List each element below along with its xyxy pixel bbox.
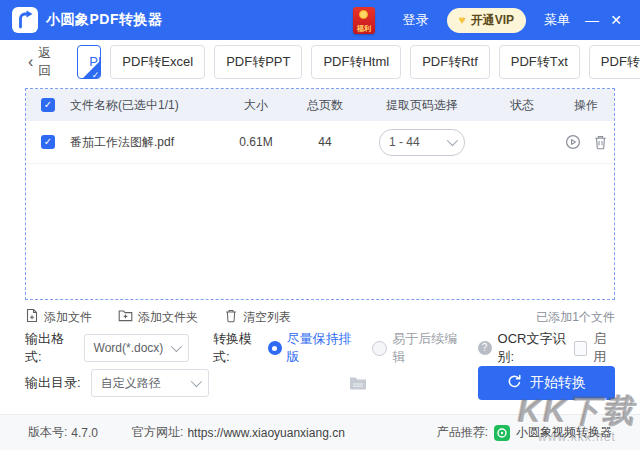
question-icon[interactable]: ? [478,341,492,355]
ocr-enable-label: 启用 [593,330,615,366]
ocr-enable-checkbox[interactable] [574,341,587,356]
row-checkbox[interactable]: ✓ [41,135,55,149]
clear-list-label: 清空列表 [243,309,291,326]
preview-play-button[interactable] [565,134,581,150]
tab-label: PDF转Rtf [422,54,478,69]
tab-pdf-to-txt[interactable]: PDF转Txt [499,45,580,79]
ocr-label: OCR文字识别: [498,330,569,366]
col-page-range: 提取页码选择 [358,97,486,114]
coin-icon [359,10,368,19]
minimize-button[interactable]: — [580,0,604,40]
tab-pdf-to-word[interactable]: PDF转Word ✓ [77,45,101,79]
tab-label: PDF转Html [323,54,389,69]
recommend-label: 产品推荐: [437,424,488,441]
file-name: 番茄工作法图解.pdf [70,134,220,151]
titlebar: 小圆象PDF转换器 福利 登录 ♥ 开通VIP 菜单 — ✕ [0,0,640,40]
welfare-label: 福利 [356,23,370,33]
tab-pdf-to-image[interactable]: PDF转图片 [589,45,640,79]
website-link[interactable]: https://www.xiaoyuanxiang.cn [187,426,344,440]
welfare-redpacket-icon[interactable]: 福利 [353,7,375,34]
chevron-down-icon [447,135,458,146]
mode-keep-layout-label: 尽量保持排版 [287,330,353,366]
output-dir-label: 输出目录: [25,374,81,392]
output-format-label: 输出格式: [25,330,74,366]
refresh-icon [507,374,522,392]
back-label: 返回 [38,44,51,80]
select-all-checkbox[interactable]: ✓ [41,98,55,112]
radio-selected-icon [268,341,282,355]
start-convert-button[interactable]: 开始转换 [478,366,615,400]
menu-button[interactable]: 菜单 [544,11,570,29]
version-value: 4.7.0 [71,426,98,440]
convert-mode-label: 转换模式: [213,330,262,366]
browse-folder-button[interactable] [349,376,367,390]
version-label: 版本号: [28,424,67,441]
tab-pdf-to-html[interactable]: PDF转Html [311,45,401,79]
clear-trash-icon [224,308,238,326]
tab-pdf-to-excel[interactable]: PDF转Excel [110,45,205,79]
tab-label: PDF转Excel [122,54,193,69]
close-button[interactable]: ✕ [604,0,628,40]
start-convert-label: 开始转换 [530,374,586,392]
col-filename: 文件名称(已选中1/1) [70,97,220,114]
file-pages: 44 [292,135,358,149]
tab-label: PDF转PPT [226,54,290,69]
add-folder-icon [118,309,133,325]
website-label: 官方网址: [132,424,183,441]
mode-easy-edit-label: 易于后续编辑 [392,330,457,366]
col-status: 状态 [486,97,558,114]
check-icon: ✓ [92,70,100,79]
mode-easy-edit-radio[interactable]: 易于后续编辑 [372,330,457,366]
vip-label: 开通VIP [471,12,514,29]
list-action-bar: 添加文件 添加文件夹 清空列表 已添加1个文件 [25,307,615,327]
output-dir-row: 输出目录: 自定义路径 开始转换 [25,366,615,400]
output-format-select[interactable]: Word(*.docx) [84,334,189,362]
add-file-button[interactable]: 添加文件 [25,308,92,326]
tab-pdf-to-rtf[interactable]: PDF转Rtf [410,45,490,79]
file-table: ✓ 文件名称(已选中1/1) 大小 总页数 提取页码选择 状态 操作 ✓ 番茄工… [25,88,615,300]
status-footer: 版本号: 4.7.0 官方网址: https://www.xiaoyuanxia… [0,414,640,450]
tab-label: PDF转Txt [511,54,568,69]
page-range-select[interactable]: 1 - 44 [379,129,465,156]
file-size: 0.61M [220,135,292,149]
video-converter-icon [494,425,510,441]
format-options-row: 输出格式: Word(*.docx) 转换模式: 尽量保持排版 易于后续编辑 ?… [25,334,615,362]
app-title: 小圆象PDF转换器 [46,11,163,29]
delete-file-button[interactable] [593,134,608,150]
open-vip-button[interactable]: ♥ 开通VIP [447,8,526,33]
clear-list-button[interactable]: 清空列表 [224,308,291,326]
output-format-value: Word(*.docx) [94,341,164,355]
col-actions: 操作 [558,97,614,114]
recommend-product-link[interactable]: 小圆象视频转换器 [516,424,612,441]
back-button[interactable]: ‹ 返回 [28,44,51,80]
add-folder-label: 添加文件夹 [138,309,198,326]
mode-keep-layout-radio[interactable]: 尽量保持排版 [268,330,353,366]
output-dir-value: 自定义路径 [101,375,161,392]
chevron-down-icon [190,376,201,387]
ocr-section: ? OCR文字识别: 启用 [478,330,615,366]
vip-heart-icon: ♥ [459,13,466,27]
app-logo-icon [12,7,38,33]
add-file-label: 添加文件 [44,309,92,326]
tab-pdf-to-ppt[interactable]: PDF转PPT [214,45,302,79]
chevron-down-icon [171,341,182,352]
radio-unselected-icon [372,341,387,356]
col-size: 大小 [220,97,292,114]
table-header-row: ✓ 文件名称(已选中1/1) 大小 总页数 提取页码选择 状态 操作 [26,89,614,121]
output-dir-select[interactable]: 自定义路径 [91,369,209,397]
page-range-value: 1 - 44 [389,135,420,149]
add-folder-button[interactable]: 添加文件夹 [118,309,198,326]
chevron-left-icon: ‹ [28,53,33,71]
col-pages: 总页数 [292,97,358,114]
added-count: 已添加1个文件 [536,309,615,326]
tab-label: PDF转图片 [601,54,640,69]
add-file-icon [25,308,39,326]
tab-bar: ‹ 返回 PDF转Word ✓ PDF转Excel PDF转PPT PDF转Ht… [0,40,640,84]
table-row: ✓ 番茄工作法图解.pdf 0.61M 44 1 - 44 [26,121,614,164]
login-button[interactable]: 登录 [403,11,429,29]
